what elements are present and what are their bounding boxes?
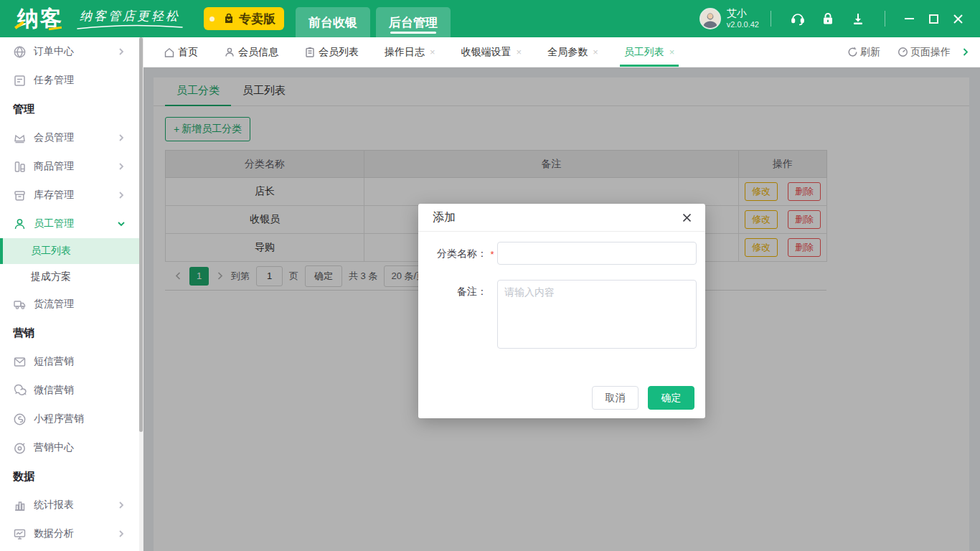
tab-home[interactable]: 首页 bbox=[164, 37, 198, 67]
brand-text: 纳客 bbox=[17, 8, 63, 29]
refresh-icon bbox=[847, 47, 858, 57]
monitor-icon bbox=[13, 527, 27, 541]
user-avatar[interactable] bbox=[699, 8, 721, 29]
remark-label: 备注： bbox=[457, 286, 487, 298]
sidebar-section-data: 数据 bbox=[0, 462, 143, 491]
mail-icon bbox=[13, 355, 27, 369]
sidebar-item-goods-mgmt[interactable]: 商品管理 bbox=[0, 152, 143, 181]
sidebar-item-order-center[interactable]: 订单中心 bbox=[0, 37, 143, 66]
nav-tab-frontdesk[interactable]: 前台收银 bbox=[296, 7, 370, 37]
top-nav: 前台收银 后台管理 bbox=[296, 0, 451, 37]
task-icon bbox=[13, 74, 27, 88]
tab-close-icon[interactable]: × bbox=[593, 47, 598, 57]
divider bbox=[885, 11, 885, 27]
refresh-button[interactable]: 刷新 bbox=[847, 46, 880, 59]
required-asterisk: * bbox=[487, 242, 497, 260]
sidebar-item-logistics-mgmt[interactable]: 货流管理 bbox=[0, 290, 143, 319]
brand-logo: 纳客 bbox=[17, 8, 63, 29]
chevron-right-icon bbox=[117, 162, 126, 171]
modal-header: 添加 bbox=[418, 204, 705, 232]
app-version: v2.0.0.42 bbox=[727, 20, 759, 30]
sidebar-item-wechat-marketing[interactable]: 微信营销 bbox=[0, 376, 143, 405]
remark-field-row: 备注： bbox=[418, 280, 705, 349]
sidebar-item-marketing-center[interactable]: 营销中心 bbox=[0, 433, 143, 462]
tab-member-list[interactable]: 会员列表 bbox=[304, 37, 359, 67]
sidebar-scrollbar-thumb[interactable] bbox=[139, 37, 143, 432]
shopping-bag-icon bbox=[222, 12, 235, 25]
download-icon[interactable] bbox=[850, 11, 866, 27]
category-name-input[interactable] bbox=[497, 242, 697, 265]
gauge-icon bbox=[897, 47, 908, 57]
person-icon bbox=[13, 217, 27, 231]
user-name: 艾小 bbox=[727, 7, 759, 20]
category-name-field-row: 分类名称： * bbox=[418, 242, 705, 265]
sidebar-scrollbar-track bbox=[139, 37, 143, 551]
nav-tab-backoffice[interactable]: 后台管理 bbox=[376, 7, 451, 37]
truck-icon bbox=[13, 298, 27, 311]
window-controls bbox=[897, 8, 970, 29]
titlebar-right: 艾小 v2.0.0.42 bbox=[699, 0, 980, 37]
maximize-button[interactable] bbox=[921, 8, 946, 29]
modal-footer: 取消 确定 bbox=[592, 386, 694, 410]
sidebar-item-staff-mgmt[interactable]: 员工管理 bbox=[0, 209, 143, 238]
chevron-down-icon bbox=[117, 220, 126, 228]
globe-icon bbox=[13, 45, 27, 59]
sidebar-subitem-staff-list[interactable]: 员工列表 bbox=[0, 238, 143, 264]
sidebar-item-member-mgmt[interactable]: 会员管理 bbox=[0, 123, 143, 152]
cancel-button[interactable]: 取消 bbox=[592, 386, 639, 410]
clipboard-icon bbox=[304, 47, 316, 58]
confirm-button[interactable]: 确定 bbox=[648, 386, 694, 410]
tab-staff-list[interactable]: 员工列表 × bbox=[624, 37, 675, 67]
minimize-button[interactable] bbox=[897, 8, 921, 29]
add-category-modal: 添加 分类名称： * 备注： 取消 确定 bbox=[418, 204, 705, 418]
sidebar-item-miniprogram-marketing[interactable]: 小程序营销 bbox=[0, 405, 143, 433]
sidebar-item-stock-mgmt[interactable]: 库存管理 bbox=[0, 181, 143, 209]
sidebar-section-manage: 管理 bbox=[0, 95, 143, 123]
close-button[interactable] bbox=[946, 8, 970, 29]
chevron-right-icon bbox=[117, 47, 126, 56]
barchart-icon bbox=[13, 499, 27, 512]
slogan-underline-swoosh bbox=[76, 24, 184, 30]
wechat-icon bbox=[13, 384, 27, 397]
crown-icon bbox=[13, 131, 27, 145]
tab-close-icon[interactable]: × bbox=[430, 47, 435, 57]
chevron-right-icon bbox=[117, 529, 126, 538]
tab-close-icon[interactable]: × bbox=[517, 47, 522, 57]
sidebar: 订单中心 任务管理 管理 会员管理 商品管理 库存管理 bbox=[0, 37, 143, 551]
miniprogram-icon bbox=[13, 413, 27, 426]
sidebar-item-task-mgmt[interactable]: 任务管理 bbox=[0, 66, 143, 95]
tab-close-icon[interactable]: × bbox=[669, 47, 675, 57]
divider bbox=[771, 11, 771, 27]
chevron-right-icon bbox=[117, 191, 126, 199]
tab-operation-log[interactable]: 操作日志 × bbox=[385, 37, 435, 67]
modal-title: 添加 bbox=[433, 210, 456, 225]
badge-pin-dot bbox=[209, 17, 215, 22]
sidebar-item-data-analysis[interactable]: 数据分析 bbox=[0, 519, 143, 548]
sidebar-item-sms-marketing[interactable]: 短信营销 bbox=[0, 347, 143, 376]
chevron-right-icon[interactable] bbox=[961, 47, 970, 57]
remark-textarea[interactable] bbox=[497, 280, 697, 349]
tab-member-info[interactable]: 会员信息 bbox=[224, 37, 278, 67]
app-window: 纳客 纳客管店更轻松 专卖版 前台收银 后台管理 艾小 bbox=[0, 0, 980, 551]
tab-global-params[interactable]: 全局参数 × bbox=[547, 37, 598, 67]
user-info: 艾小 v2.0.0.42 bbox=[727, 7, 759, 29]
brand-slogan: 纳客管店更轻松 bbox=[76, 8, 184, 30]
lock-icon[interactable] bbox=[820, 11, 836, 27]
user-icon bbox=[224, 47, 235, 58]
tabbar-actions: 刷新 页面操作 bbox=[830, 46, 970, 59]
sidebar-subitem-commission-plan[interactable]: 提成方案 bbox=[0, 264, 143, 290]
chevron-right-icon bbox=[117, 133, 126, 142]
modal-close-icon[interactable] bbox=[682, 212, 692, 223]
edition-badge-label: 专卖版 bbox=[239, 11, 275, 27]
tab-pos-settings[interactable]: 收银端设置 × bbox=[461, 37, 522, 67]
page-actions-button[interactable]: 页面操作 bbox=[897, 46, 951, 59]
page-tabbar: 首页 会员信息 会员列表 操作日志 × 收银端设置 × bbox=[143, 37, 980, 67]
titlebar: 纳客 纳客管店更轻松 专卖版 前台收银 后台管理 艾小 bbox=[0, 0, 980, 37]
box-icon bbox=[13, 189, 27, 202]
support-headset-icon[interactable] bbox=[790, 11, 806, 27]
sidebar-item-statistics-report[interactable]: 统计报表 bbox=[0, 491, 143, 519]
goods-icon bbox=[13, 160, 27, 174]
category-name-label: 分类名称： bbox=[437, 248, 487, 260]
edition-badge: 专卖版 bbox=[204, 7, 284, 30]
target-icon bbox=[13, 441, 27, 455]
